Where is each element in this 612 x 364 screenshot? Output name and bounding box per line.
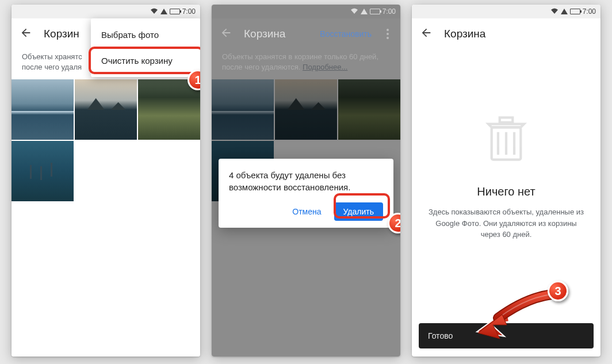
annotation-badge-3: 3 <box>548 281 568 301</box>
cancel-button[interactable]: Отмена <box>285 202 328 221</box>
menu-item-select-photo[interactable]: Выбрать фото <box>91 22 200 48</box>
toast-done: Готово <box>419 323 594 348</box>
phone-body <box>12 79 200 357</box>
delete-button[interactable]: Удалить <box>334 202 383 221</box>
photo-thumbnail[interactable] <box>12 141 74 201</box>
restore-button[interactable]: Восстановить <box>320 29 372 39</box>
empty-state: Ничего нет Здесь показываются объекты, у… <box>412 49 600 357</box>
photo-thumbnail[interactable] <box>75 79 137 140</box>
status-bar: 7:00 <box>212 5 400 18</box>
signal-icon <box>561 9 568 14</box>
app-bar: Корзина <box>412 18 600 49</box>
svg-rect-4 <box>500 117 513 122</box>
dialog-actions: Отмена Удалить <box>229 202 383 221</box>
signal-icon <box>361 9 368 14</box>
trash-icon <box>480 113 532 164</box>
phone-screen-1: 7:00 Корзин Объекты хранятс после чего у… <box>12 5 200 357</box>
phone-screen-3: 7:00 Корзина Ничего нет Здесь показывают… <box>412 5 600 357</box>
back-arrow-icon[interactable] <box>420 26 433 41</box>
dialog-message: 4 объекта будут удалены без возможности … <box>229 169 383 193</box>
wifi-icon <box>150 7 158 16</box>
status-time: 7:00 <box>583 7 596 16</box>
confirm-delete-dialog: 4 объекта будут удалены без возможности … <box>219 159 393 228</box>
more-options-icon[interactable] <box>383 25 392 43</box>
page-title: Корзина <box>444 28 592 40</box>
app-bar: Корзина Восстановить <box>212 18 400 49</box>
back-arrow-icon[interactable] <box>20 26 32 41</box>
phone-screen-2: 7:00 Корзина Восстановить Объекты хранят… <box>212 5 400 357</box>
learn-more-link[interactable]: Подробнее... <box>303 63 347 71</box>
status-time: 7:00 <box>382 7 396 16</box>
overflow-menu: Выбрать фото Очистить корзину <box>91 18 200 77</box>
battery-icon <box>570 9 580 14</box>
trash-info-text: Объекты хранятся в корзине только 60 дне… <box>212 49 400 79</box>
photo-thumbnail[interactable] <box>138 79 200 140</box>
back-arrow-icon[interactable] <box>220 26 232 41</box>
status-time: 7:00 <box>182 7 196 16</box>
empty-state-title: Ничего нет <box>477 185 535 198</box>
photo-thumbnail[interactable] <box>12 79 74 140</box>
empty-state-description: Здесь показываются объекты, удаленные из… <box>412 198 600 248</box>
status-bar: 7:00 <box>12 5 200 18</box>
battery-icon <box>370 9 380 14</box>
wifi-icon <box>350 7 358 16</box>
thumbnail-grid <box>12 79 200 201</box>
page-title: Корзина <box>244 28 308 40</box>
battery-icon <box>170 9 180 14</box>
wifi-icon <box>550 7 559 16</box>
menu-item-clear-trash[interactable]: Очистить корзину <box>91 48 200 74</box>
status-bar: 7:00 <box>412 5 600 18</box>
signal-icon <box>160 9 167 14</box>
